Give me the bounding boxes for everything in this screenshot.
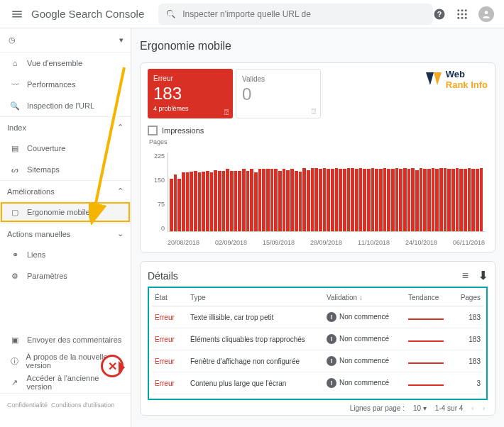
page-title: Ergonomie mobile: [140, 37, 495, 55]
logo: Google Search Console: [31, 8, 144, 20]
svg-point-10: [465, 16, 467, 18]
sidebar-item-feedback[interactable]: ▣Envoyer des commentaires: [0, 329, 131, 350]
annotation-error-badge: ✕: [101, 355, 124, 377]
valid-tile[interactable]: Valides 0 ⍰: [236, 69, 321, 118]
svg-point-9: [461, 16, 464, 18]
issues-table: État Type Validation ↓ Tendance Pages Er…: [152, 289, 483, 394]
url-search[interactable]: [158, 4, 433, 25]
sidebar-item-mobile-usability[interactable]: ▢Ergonomie mobile: [0, 201, 131, 223]
svg-point-4: [465, 9, 467, 11]
checkbox-icon[interactable]: [148, 126, 158, 135]
svg-text:?: ?: [437, 9, 442, 18]
svg-point-5: [457, 13, 459, 15]
sidebar-item-coverage[interactable]: ▤Couverture: [0, 138, 131, 159]
page-next-icon[interactable]: ›: [483, 404, 485, 412]
sidebar-item-sitemaps[interactable]: ᔕSitemaps: [0, 159, 131, 180]
summary-card: Erreur 183 4 problèmes ⍰ Valides 0 ⍰ Web…: [140, 62, 495, 253]
impressions-toggle[interactable]: Impressions: [148, 126, 488, 135]
rows-per-page-select[interactable]: 10 ▾: [413, 404, 427, 412]
apps-icon[interactable]: [456, 8, 469, 21]
content-area: Ergonomie mobile Erreur 183 4 problèmes …: [131, 28, 504, 427]
sidebar-section-manual-actions[interactable]: Actions manuelles⌄: [0, 223, 131, 244]
sidebar-item-settings[interactable]: ⚙Paramètres: [0, 265, 131, 287]
page-prev-icon[interactable]: ‹: [471, 404, 473, 412]
filter-icon[interactable]: ≡: [462, 270, 469, 282]
help-icon[interactable]: ⍰: [224, 108, 229, 116]
help-icon[interactable]: ⍰: [312, 107, 316, 115]
svg-point-2: [457, 9, 459, 11]
help-icon[interactable]: ?: [433, 8, 446, 21]
table-row[interactable]: ErreurFenêtre d'affichage non configurée…: [152, 350, 483, 372]
error-tile[interactable]: Erreur 183 4 problèmes ⍰: [148, 69, 233, 118]
sidebar-section-index[interactable]: Index⌃: [0, 116, 131, 138]
table-pager: Lignes par page : 10 ▾ 1-4 sur 4 ‹ ›: [148, 400, 488, 412]
svg-point-3: [461, 9, 464, 11]
sidebar-footer: Confidentialité Conditions d'utilisation: [0, 393, 131, 410]
url-search-input[interactable]: [182, 9, 426, 19]
brand-logo: WebRank Info: [424, 69, 488, 90]
table-row[interactable]: ErreurÉléments cliquables trop rapproché…: [152, 328, 483, 350]
sidebar-item-url-inspection[interactable]: 🔍Inspection de l'URL: [0, 95, 131, 116]
property-selector[interactable]: ◷▾: [0, 28, 131, 52]
chart: 225150750 20/08/201802/09/201815/09/2018…: [148, 145, 488, 252]
sidebar-item-links[interactable]: ⚭Liens: [0, 244, 131, 265]
svg-point-6: [461, 13, 464, 15]
account-avatar[interactable]: [478, 6, 494, 22]
svg-point-8: [457, 16, 459, 18]
details-title: Détails: [148, 270, 178, 282]
sidebar-section-enhancements[interactable]: Améliorations⌃: [0, 180, 131, 201]
sidebar-item-overview[interactable]: ⌂Vue d'ensemble: [0, 52, 131, 74]
table-row[interactable]: ErreurTexte illisible, car trop petit!No…: [152, 306, 483, 328]
app-header: Google Search Console ?: [0, 0, 504, 28]
details-card: Détails ≡ ⬇ État Type Validation ↓ Tenda…: [140, 261, 495, 416]
sidebar-item-performance[interactable]: 〰Performances: [0, 74, 131, 95]
menu-icon[interactable]: [6, 3, 28, 26]
svg-point-11: [485, 11, 488, 14]
download-icon[interactable]: ⬇: [478, 269, 488, 282]
table-row[interactable]: ErreurContenu plus large que l'écran!Non…: [152, 372, 483, 394]
search-icon: [165, 9, 177, 20]
svg-point-7: [465, 13, 467, 15]
